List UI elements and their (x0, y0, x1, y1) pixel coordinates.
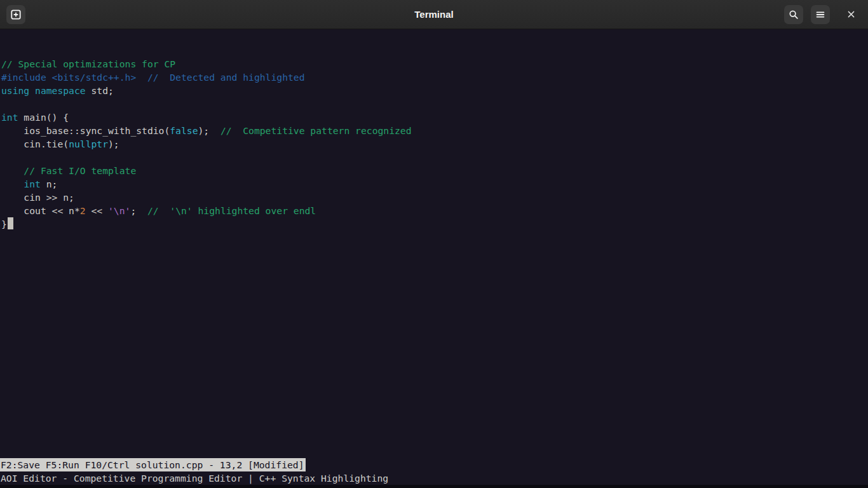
code-segment: ); (198, 125, 220, 136)
code-segment: '\n' (108, 205, 130, 216)
code-line: // Fast I/O template (1, 164, 868, 177)
code-line: cin.tie(nullptr); (1, 137, 868, 151)
code-line: // Special optimizations for CP (1, 57, 868, 71)
code-segment: // Special optimizations for CP (1, 58, 175, 69)
code-segment: // Fast I/O template (1, 165, 136, 176)
code-line: cin >> n; (1, 191, 868, 204)
code-segment: using namespace (1, 85, 86, 96)
code-segment: ); (108, 139, 119, 149)
terminal-screen[interactable]: // Special optimizations for CP#include … (0, 29, 868, 488)
code-segment: std; (86, 85, 114, 96)
new-tab-button[interactable] (6, 5, 25, 24)
code-segment: // '\n' highlighted over endl (147, 205, 316, 216)
code-segment: n; (41, 179, 58, 189)
terminal-window: Terminal (0, 0, 868, 488)
headerbar: Terminal (0, 0, 868, 29)
bottom-strip (0, 485, 868, 488)
editor-info-line: AOI Editor - Competitive Programming Edi… (0, 471, 868, 485)
code-line: #include <bits/stdc++.h> // Detected and… (1, 71, 868, 84)
code-segment: #include <bits/stdc++.h> // Detected and… (1, 72, 305, 83)
code-line: ios_base::sync_with_stdio(false); // Com… (1, 124, 868, 137)
code-segment: << (86, 205, 108, 216)
menu-button[interactable] (811, 5, 830, 24)
code-segment: false (170, 125, 198, 136)
editor-status-line: F2:Save F5:Run F10/Ctrl solution.cpp - 1… (0, 458, 306, 471)
code-segment: cout << n* (1, 205, 80, 216)
code-segment (1, 179, 24, 189)
code-segment: main() { (18, 112, 69, 123)
code-line: cout << n*2 << '\n'; // '\n' highlighted… (1, 204, 868, 217)
code-segment: cin.tie( (1, 139, 69, 149)
code-segment: 2 (80, 205, 86, 216)
code-segment: int (1, 112, 18, 123)
code-segment: cin >> n; (1, 192, 74, 203)
code-area: // Special optimizations for CP#include … (0, 56, 868, 231)
close-icon (846, 10, 856, 19)
hamburger-menu-icon (815, 10, 825, 20)
code-line: int main() { (1, 111, 868, 124)
code-segment: ; (130, 205, 147, 216)
code-line: using namespace std; (1, 84, 868, 97)
code-line (1, 97, 868, 111)
code-segment: nullptr (69, 139, 108, 149)
code-line: } (1, 217, 868, 231)
code-segment: int (24, 179, 41, 189)
code-segment: } (1, 219, 7, 229)
text-cursor (8, 217, 13, 229)
code-line (1, 151, 868, 164)
new-tab-icon (11, 10, 21, 20)
close-window-button[interactable] (841, 5, 860, 24)
window-title: Terminal (0, 9, 868, 20)
code-segment: ios_base::sync_with_stdio( (1, 125, 170, 136)
search-icon (789, 10, 799, 20)
code-segment: // Competitive pattern recognized (220, 125, 412, 136)
search-button[interactable] (784, 5, 803, 24)
code-line: int n; (1, 177, 868, 191)
